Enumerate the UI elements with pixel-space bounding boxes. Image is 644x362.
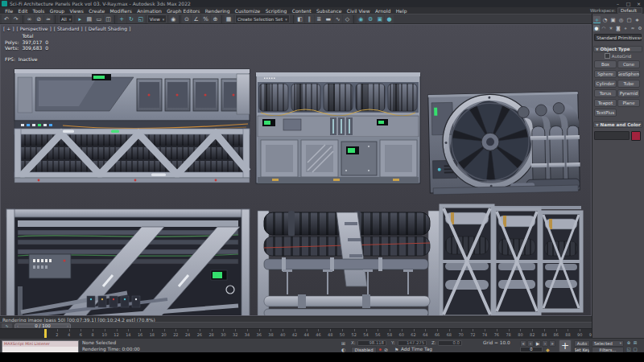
box-button[interactable]: Box — [594, 60, 617, 68]
menu-substance[interactable]: Substance — [314, 8, 345, 14]
cylinder-button[interactable]: Cylinder — [594, 80, 617, 88]
spinner-snap-icon[interactable]: ⊕ — [211, 14, 220, 23]
perspective-viewport[interactable]: [ + ][ Perspective ][ Standard ][ Defaul… — [0, 24, 592, 316]
set-keys-button[interactable]: + — [559, 339, 572, 352]
workspace-selector[interactable]: Workspace: Default — [590, 7, 642, 14]
schematic-view-icon[interactable]: ◇ — [343, 14, 352, 23]
menu-animation[interactable]: Animation — [134, 8, 164, 14]
align-icon[interactable]: ∥ — [305, 14, 314, 23]
sphere-button[interactable]: Sphere — [594, 70, 617, 78]
redo-icon[interactable]: ↷ — [11, 14, 20, 23]
degradation-icon[interactable]: ◐ — [341, 347, 345, 352]
menu-create[interactable]: Create — [86, 8, 107, 14]
torus-button[interactable]: Torus — [594, 89, 617, 97]
add-time-tag[interactable]: Add Time Tag — [401, 347, 432, 352]
rotate-icon[interactable]: ↻ — [127, 14, 136, 23]
workspace-value[interactable]: Default — [617, 7, 642, 14]
play-icon[interactable]: ▶ — [535, 340, 541, 347]
undo-icon[interactable]: ↶ — [2, 14, 10, 23]
selection-filter-combo[interactable]: All▾ — [59, 14, 73, 23]
utilities-tab-icon[interactable]: ∗ — [634, 16, 641, 23]
object-type-rollout[interactable]: ▼Object Type — [593, 46, 642, 52]
systems-category-icon[interactable]: ⚙ — [637, 25, 643, 31]
tube-button[interactable]: Tube — [617, 80, 640, 88]
menu-graph-editors[interactable]: Graph Editors — [164, 8, 203, 14]
z-coordinate-field[interactable]: 0.0 — [438, 340, 462, 346]
ref-coord-combo[interactable]: View▾ — [147, 14, 167, 23]
curve-editor-icon[interactable]: ∿ — [333, 14, 342, 23]
render-setup-icon[interactable]: ⚙ — [366, 14, 375, 23]
create-tab-icon[interactable]: + — [593, 16, 601, 23]
bind-spacewarp-icon[interactable]: ≈ — [44, 14, 53, 23]
zoom-region-icon[interactable]: ▢ — [632, 346, 638, 352]
y-coordinate-field[interactable]: 147.275 — [398, 340, 427, 346]
select-link-icon[interactable]: ∞ — [25, 14, 34, 23]
geometry-category-icon[interactable]: ● — [593, 25, 600, 31]
zoom-extents-icon[interactable]: ◱ — [625, 346, 632, 352]
helpers-category-icon[interactable]: ⌖ — [622, 25, 629, 31]
menu-edit[interactable]: Edit — [15, 8, 30, 14]
snaps-toggle-icon[interactable]: ⊙ — [182, 14, 191, 23]
model-truss-wall-panel[interactable] — [14, 69, 250, 183]
menu-civil-view[interactable]: Civil View — [345, 8, 373, 14]
textplus-button[interactable]: TextPlus — [594, 109, 617, 117]
viewport-label[interactable]: [ + ][ Perspective ][ Standard ][ Defaul… — [3, 26, 133, 31]
unlink-icon[interactable]: ⊘ — [35, 14, 43, 23]
model-cylinder-racks[interactable] — [441, 206, 581, 316]
use-center-icon[interactable]: ◉ — [169, 14, 178, 23]
menu-modifiers[interactable]: Modifiers — [107, 8, 134, 14]
rect-selection-icon[interactable]: ▭ — [94, 14, 103, 23]
plane-button[interactable]: Plane — [617, 99, 640, 107]
viewport-menu-pov[interactable]: [ Perspective ] — [17, 26, 52, 31]
select-object-icon[interactable]: ▸ — [76, 14, 85, 23]
material-editor-icon[interactable]: ◉ — [357, 14, 365, 23]
menu-content[interactable]: Content — [290, 8, 314, 14]
viewport-menu-shading[interactable]: [ Default Shading ] — [85, 26, 131, 31]
spacewarps-category-icon[interactable]: ≈ — [630, 25, 636, 31]
next-frame-icon[interactable]: › — [542, 340, 548, 347]
display-tab-icon[interactable]: ▢ — [625, 16, 633, 23]
close-button[interactable]: × — [634, 0, 644, 7]
named-sets-icon[interactable]: ▦ — [225, 14, 233, 23]
menu-help[interactable]: Help — [394, 8, 410, 14]
select-by-name-icon[interactable]: ▤ — [85, 14, 93, 23]
motion-tab-icon[interactable]: ◎ — [617, 16, 625, 23]
object-name-input[interactable] — [594, 131, 630, 140]
selection-set-combo[interactable]: Create Selection Set▾ — [235, 14, 290, 23]
key-mode-icon[interactable]: ◆ — [546, 347, 550, 352]
menu-arnold[interactable]: Arnold — [373, 8, 394, 14]
pyramid-button[interactable]: Pyramid — [617, 89, 640, 97]
menu-file[interactable]: File — [2, 8, 15, 14]
ribbon-toggle-icon[interactable]: ▬ — [324, 14, 332, 23]
menu-views[interactable]: Views — [67, 8, 86, 14]
x-coordinate-field[interactable]: 98.118 — [357, 340, 386, 346]
maximize-button[interactable]: □ — [623, 0, 634, 7]
model-drum-wall-panel[interactable] — [256, 72, 420, 183]
zoom-icon[interactable]: ⊕ — [625, 339, 632, 346]
teapot-button[interactable]: Teapot — [594, 99, 617, 107]
cameras-category-icon[interactable]: ◙ — [615, 25, 621, 31]
scale-icon[interactable]: ◱ — [136, 14, 145, 23]
current-frame-field[interactable]: 0 — [520, 347, 543, 352]
percent-snap-icon[interactable]: % — [201, 14, 210, 23]
cone-button[interactable]: Cone — [617, 60, 640, 68]
menu-customize[interactable]: Customize — [233, 8, 263, 14]
selected-dropdown[interactable]: Selected▾ — [592, 340, 624, 347]
checkbox-icon[interactable] — [605, 53, 610, 59]
mute-icon[interactable]: ⊘ — [384, 347, 388, 352]
primitive-type-dropdown[interactable]: Standard Primitives▾ — [594, 34, 642, 41]
move-icon[interactable]: + — [118, 14, 126, 23]
menu-tools[interactable]: Tools — [30, 8, 47, 14]
rendered-frame-icon[interactable]: ▣ — [375, 14, 384, 23]
model-fan-panel[interactable] — [428, 92, 581, 195]
go-end-icon[interactable]: » — [549, 340, 555, 347]
shapes-category-icon[interactable]: ◠ — [601, 25, 607, 31]
name-color-rollout[interactable]: ▼Name and Color — [593, 121, 642, 128]
menu-rendering[interactable]: Rendering — [203, 8, 233, 14]
modify-tab-icon[interactable]: ◔ — [601, 16, 609, 23]
auto-key-button[interactable]: Auto — [574, 340, 590, 347]
lights-category-icon[interactable]: ☀ — [608, 25, 614, 31]
prev-frame-icon[interactable]: ‹ — [527, 340, 534, 347]
model-diagonal-truss-panel[interactable] — [6, 209, 250, 316]
object-color-swatch[interactable] — [631, 131, 641, 141]
